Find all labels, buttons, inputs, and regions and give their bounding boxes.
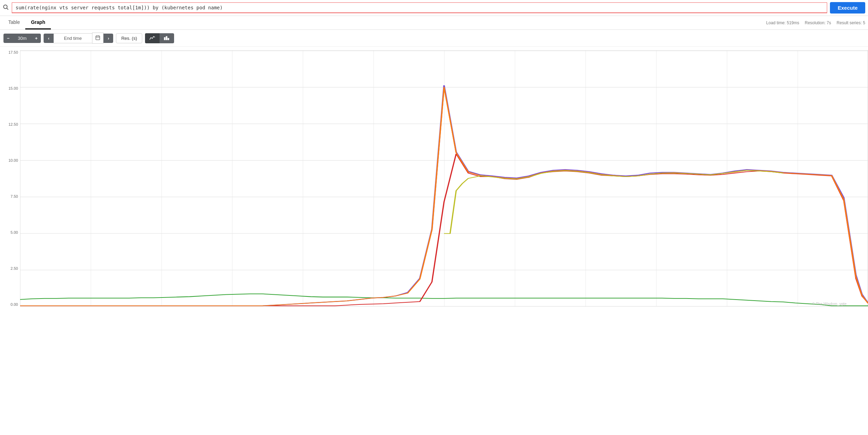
bar-chart-button[interactable] [160,33,174,43]
search-icon [3,4,9,12]
svg-rect-6 [164,37,165,40]
tabs-container: Table Graph [3,16,51,29]
tab-table[interactable]: Table [3,16,25,29]
svg-rect-8 [168,38,169,40]
nav-group: ‹ End time › [44,33,113,44]
y-label-1: 2.50 [11,266,18,270]
execute-button[interactable]: Execute [830,2,865,14]
query-input[interactable] [12,2,827,13]
y-label-3: 7.50 [11,194,18,198]
increment-duration-button[interactable]: + [31,34,41,43]
duration-label: 30m [13,34,31,43]
y-label-7: 17.50 [8,50,18,54]
calendar-icon-button[interactable] [92,33,103,44]
svg-point-0 [3,5,7,9]
toolbar: − 30m + ‹ End time › Res. (s) [0,30,868,47]
svg-rect-2 [96,36,100,40]
load-time: Load time: 519ms [766,20,799,25]
prev-time-button[interactable]: ‹ [44,34,53,43]
next-time-button[interactable]: › [103,34,113,43]
decrement-duration-button[interactable]: − [3,34,13,43]
tab-graph[interactable]: Graph [25,16,51,29]
svg-line-1 [7,8,8,9]
search-bar: Execute [0,0,868,16]
result-series: Result series: 5 [837,20,865,25]
resolution: Resolution: 7s [805,20,831,25]
y-label-5: 12.50 [8,122,18,126]
duration-group: − 30m + [3,34,41,43]
chart-type-group [145,33,174,43]
y-label-6: 15.00 [8,86,18,90]
end-time-button[interactable]: End time [54,33,92,43]
meta-info: Load time: 519ms Resolution: 7s Result s… [766,20,865,25]
chart-svg-container [20,50,868,307]
svg-rect-7 [166,36,167,40]
resolution-button[interactable]: Res. (s) [116,33,142,43]
watermark: © The Wisdom_vgte [812,302,847,306]
line-chart-button[interactable] [145,33,160,43]
chart-area: 0.00 2.50 5.00 7.50 10.00 12.50 15.00 17… [0,47,868,317]
y-label-4: 10.00 [8,158,18,162]
y-label-2: 5.00 [11,230,18,234]
y-axis: 0.00 2.50 5.00 7.50 10.00 12.50 15.00 17… [0,50,20,307]
tabs-row: Table Graph Load time: 519ms Resolution:… [0,16,868,30]
y-label-0: 0.00 [11,302,18,307]
